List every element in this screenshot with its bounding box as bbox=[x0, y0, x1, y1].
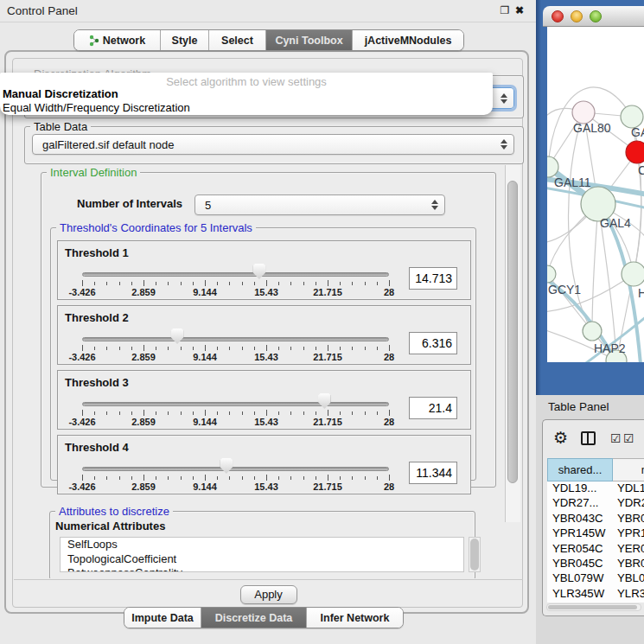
cell-name: YER0 bbox=[617, 542, 644, 555]
tab[interactable]: Impute Data bbox=[124, 608, 201, 628]
panel-title: Control Panel bbox=[7, 4, 78, 17]
threshold-slider[interactable]: -3.426 2.859 9.144 15.43 21.715 28 bbox=[82, 371, 389, 430]
slider-handle[interactable] bbox=[171, 328, 184, 344]
table-data-title: Table Data bbox=[30, 120, 91, 133]
table-row[interactable]: YBL079W YBL0 bbox=[547, 571, 644, 586]
cell-shared-name: YBL079W bbox=[552, 571, 603, 584]
column-header-name[interactable]: na bbox=[613, 458, 644, 481]
thresholds-group-title: Threshold's Coordinates for 5 Intervals bbox=[56, 221, 256, 234]
cell-shared-name: YPR145W bbox=[552, 526, 606, 539]
slider-handle[interactable] bbox=[220, 458, 233, 474]
window-close-button[interactable] bbox=[552, 10, 564, 22]
threshold-slider[interactable]: -3.426 2.859 9.144 15.43 21.715 28 bbox=[82, 241, 389, 301]
table-horizontal-scrollbar[interactable] bbox=[546, 603, 641, 611]
tab-label: Infer Network bbox=[321, 612, 390, 624]
slider-handle[interactable] bbox=[318, 393, 331, 409]
algorithm-option[interactable]: Manual Discretization bbox=[2, 87, 486, 101]
window-minimize-button[interactable] bbox=[571, 10, 583, 22]
network-node[interactable] bbox=[626, 141, 644, 163]
apply-button[interactable]: Apply bbox=[240, 585, 297, 604]
gear-icon[interactable]: ⚙ bbox=[553, 428, 568, 449]
network-node-label: GA bbox=[631, 125, 644, 139]
network-node-label: C bbox=[638, 163, 644, 177]
tab[interactable]: Select bbox=[209, 30, 266, 50]
threshold-value-field[interactable]: 11.344 bbox=[409, 462, 457, 484]
combo-stepper-icon[interactable] bbox=[499, 139, 508, 150]
slider-handle[interactable] bbox=[252, 264, 265, 279]
table-row[interactable]: YER054C YER0 bbox=[547, 542, 644, 557]
screen: Control Panel ❐ ✖ Network bbox=[0, 0, 644, 644]
window-zoom-button[interactable] bbox=[590, 10, 602, 22]
slider-ticks bbox=[82, 410, 389, 417]
threshold-value-field[interactable]: 14.713 bbox=[409, 267, 457, 290]
cell-name: YIL0 bbox=[617, 602, 641, 603]
cell-shared-name: YDL19... bbox=[552, 481, 596, 494]
threshold-value-field[interactable]: 21.4 bbox=[409, 397, 457, 419]
cell-shared-name: YBR045C bbox=[552, 557, 603, 570]
threshold-slider[interactable]: -3.426 2.859 9.144 15.43 21.715 28 bbox=[82, 306, 389, 366]
table-row[interactable]: YDR27... YDR2 bbox=[547, 496, 644, 511]
network-node[interactable] bbox=[583, 322, 602, 341]
attribute-list-item[interactable]: SelfLoops bbox=[61, 538, 463, 552]
control-panel: Control Panel ❐ ✖ Network bbox=[0, 0, 536, 644]
slider-track[interactable] bbox=[82, 337, 389, 341]
network-node-label: H bbox=[638, 286, 644, 300]
slider-track[interactable] bbox=[82, 467, 389, 471]
cell-name: YBL0 bbox=[617, 571, 644, 584]
scrollbar-thumb[interactable] bbox=[548, 605, 637, 609]
threshold-item: Threshold 1 -3.426 2.859 bbox=[57, 240, 471, 300]
checkbox-column-icon[interactable]: ☑ bbox=[623, 431, 634, 445]
algorithm-option[interactable]: Equal Width/Frequency Discretization bbox=[2, 101, 486, 115]
scrollbar-thumb[interactable] bbox=[507, 181, 518, 483]
column-header-shared[interactable]: shared... bbox=[547, 458, 613, 481]
table-header: shared... na bbox=[543, 458, 644, 481]
threshold-list: Threshold 1 -3.426 2.859 bbox=[57, 240, 471, 500]
attribute-list-item[interactable]: TopologicalCoefficient bbox=[61, 552, 463, 567]
network-tab-icon bbox=[89, 35, 99, 47]
threshold-slider[interactable]: -3.426 2.859 9.144 15.43 21.715 28 bbox=[82, 436, 389, 495]
tab-label: jActiveMNodules bbox=[365, 35, 452, 47]
tab[interactable]: Style bbox=[161, 30, 209, 50]
tab-label: Impute Data bbox=[131, 612, 194, 624]
settings-vertical-scrollbar[interactable] bbox=[505, 165, 520, 522]
network-node[interactable] bbox=[547, 265, 556, 283]
combo-stepper-icon[interactable] bbox=[430, 200, 439, 210]
apply-bar: Apply bbox=[14, 579, 523, 608]
table-row[interactable]: YBR043C YBR0 bbox=[547, 512, 644, 526]
float-panel-icon[interactable]: ❐ bbox=[498, 3, 512, 17]
threshold-item: Threshold 4 -3.426 2.859 bbox=[57, 435, 471, 494]
attributes-list-scrollbar[interactable] bbox=[469, 537, 481, 572]
table-row[interactable]: YDL19... YDL1 bbox=[547, 481, 644, 496]
tab[interactable]: Infer Network bbox=[307, 608, 403, 628]
number-of-intervals-label: Number of Intervals bbox=[77, 197, 182, 210]
table-rows: YDL19... YDL1 YDR27... YDR2 YBR043C YBR0… bbox=[547, 481, 644, 603]
attributes-group: Attributes to discretize Numerical Attri… bbox=[49, 511, 475, 578]
split-view-icon[interactable] bbox=[581, 431, 596, 445]
combo-stepper-icon[interactable] bbox=[499, 93, 508, 104]
network-canvas[interactable]: GAL80GACGAL11GAL4GCY1HHAP2 bbox=[547, 27, 644, 362]
number-of-intervals-combo[interactable]: 5 bbox=[194, 194, 445, 215]
table-row[interactable]: YBR045C YBR0 bbox=[547, 557, 644, 571]
threshold-value-field[interactable]: 6.316 bbox=[409, 332, 457, 354]
cyni-toolbox-panel: Discretization Algorithm Table Data galF… bbox=[4, 50, 529, 614]
close-panel-icon[interactable]: ✖ bbox=[513, 3, 526, 17]
table-row[interactable]: YLR345W YLR3 bbox=[547, 587, 644, 602]
threshold-item: Threshold 3 -3.426 2.859 bbox=[57, 370, 471, 430]
table-row[interactable]: YPR145W YPR1 bbox=[547, 526, 644, 541]
tab[interactable]: Discretize Data bbox=[201, 608, 307, 628]
slider-track[interactable] bbox=[82, 402, 389, 406]
table-data-combo[interactable]: galFiltered.sif default node bbox=[32, 134, 514, 155]
tab[interactable]: Cyni Toolbox bbox=[266, 30, 353, 50]
slider-track[interactable] bbox=[82, 272, 389, 277]
tab-label: Network bbox=[103, 35, 145, 47]
table-row[interactable]: YIL052C YIL0 bbox=[547, 602, 644, 603]
cell-shared-name: YBR043C bbox=[552, 512, 603, 525]
network-node[interactable] bbox=[622, 262, 644, 286]
attributes-group-title: Attributes to discretize bbox=[55, 505, 173, 518]
attribute-list-item[interactable]: BetweennessCentrality bbox=[61, 566, 463, 572]
table-data-combo-value: galFiltered.sif default node bbox=[42, 138, 174, 151]
tab[interactable]: Network bbox=[74, 30, 161, 50]
slider-tick-labels: -3.426 2.859 9.144 15.43 21.715 28 bbox=[82, 481, 389, 492]
tab[interactable]: jActiveMNodules bbox=[353, 30, 463, 50]
checkbox-column-icon[interactable]: ☑ bbox=[610, 431, 622, 445]
